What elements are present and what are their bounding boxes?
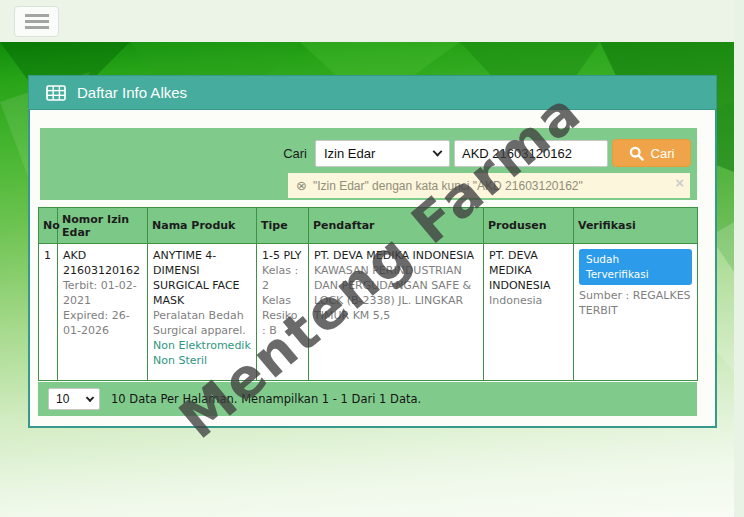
cell-verifikasi: Sudah Terverifikasi Sumber : REGALKES TE… [574, 244, 698, 381]
table-header-row: No Nomor Izin Edar Nama Produk Tipe Pend… [39, 208, 698, 244]
table-grid-icon [46, 85, 66, 101]
search-result-alert: ⊗ "Izin Edar" dengan kata kunci "AKD 216… [288, 173, 690, 198]
tipe-kelas: Kelas : 2 [262, 263, 303, 293]
cell-nomor-izin-edar: AKD 21603120162 Terbit: 01-02-2021 Expir… [58, 244, 148, 381]
cell-nama-produk: ANYTIME 4-DIMENSI SURGICAL FACE MASK Per… [148, 244, 257, 381]
search-button[interactable]: Cari [612, 139, 691, 167]
pagination-info: 10 Data Per Halaman. Menampilkan 1 - 1 D… [111, 392, 421, 406]
results-table: No Nomor Izin Edar Nama Produk Tipe Pend… [38, 207, 698, 381]
page-right-margin [734, 0, 744, 517]
tipe-nama: 1-5 PLY [262, 248, 303, 263]
circle-x-icon: ⊗ [296, 179, 307, 192]
per-page-select[interactable]: 10 [48, 388, 100, 410]
verifikasi-sumber: Sumber : REGALKES TERBIT [579, 288, 692, 318]
daftar-info-alkes-panel: Daftar Info Alkes Cari Izin Edar [28, 75, 717, 428]
izin-nomor: AKD 21603120162 [63, 248, 142, 278]
izin-terbit: Terbit: 01-02-2021 [63, 278, 142, 308]
hamburger-icon [25, 20, 49, 23]
verified-status-badge: Sudah Terverifikasi [579, 249, 692, 285]
search-row: Cari Izin Edar Cari [283, 139, 691, 167]
pendaftar-nama: PT. DEVA MEDIKA INDONESIA [314, 248, 478, 263]
alert-close-icon[interactable]: × [675, 175, 684, 190]
search-button-label: Cari [651, 146, 675, 161]
col-header-verifikasi: Verifikasi [574, 208, 698, 244]
izin-expired: Expired: 26-01-2026 [63, 308, 142, 338]
pagination-bar: 10 10 Data Per Halaman. Menampilkan 1 - … [38, 382, 697, 416]
produk-nama: ANYTIME 4-DIMENSI SURGICAL FACE MASK [153, 248, 251, 308]
page-title: Daftar Info Alkes [77, 84, 187, 101]
top-navbar [0, 0, 744, 42]
hamburger-menu-button[interactable] [14, 6, 59, 37]
search-section: Cari Izin Edar Cari ⊗ [40, 128, 697, 200]
search-icon [629, 146, 644, 161]
panel-body: Cari Izin Edar Cari ⊗ [28, 110, 717, 428]
search-input[interactable] [454, 140, 608, 167]
cell-pendaftar: PT. DEVA MEDIKA INDONESIA KAWASAN PERIND… [309, 244, 484, 381]
pendaftar-alamat: KAWASAN PERINDUSTRIAN DAN PERGUDANGAN SA… [314, 263, 478, 323]
col-header-tipe: Tipe [257, 208, 309, 244]
panel-header: Daftar Info Alkes [28, 75, 717, 110]
table-row: 1 AKD 21603120162 Terbit: 01-02-2021 Exp… [39, 244, 698, 381]
produk-tag-elektromedik: Non Elektromedik [153, 338, 251, 353]
search-filter-select[interactable]: Izin Edar [315, 140, 450, 167]
produk-kategori: Peralatan Bedah Surgical apparel. [153, 308, 251, 338]
cell-no: 1 [39, 244, 58, 381]
produk-tag-steril: Non Steril [153, 353, 251, 368]
cell-tipe: 1-5 PLY Kelas : 2 Kelas Resiko : B [257, 244, 309, 381]
tipe-kelas-resiko: Kelas Resiko : B [262, 293, 303, 338]
alert-text: "Izin Edar" dengan kata kunci "AKD 21603… [313, 179, 583, 193]
search-label: Cari [283, 146, 307, 161]
col-header-nama-produk: Nama Produk [148, 208, 257, 244]
cell-produsen: PT. DEVA MEDIKA INDONESIA Indonesia [484, 244, 574, 381]
col-header-produsen: Produsen [484, 208, 574, 244]
col-header-no: No [39, 208, 58, 244]
hamburger-icon [25, 14, 49, 17]
produsen-negara: Indonesia [489, 293, 568, 308]
hamburger-icon [25, 26, 49, 29]
col-header-nomor-izin-edar: Nomor Izin Edar [58, 208, 148, 244]
produsen-nama: PT. DEVA MEDIKA INDONESIA [489, 248, 568, 293]
col-header-pendaftar: Pendaftar [309, 208, 484, 244]
